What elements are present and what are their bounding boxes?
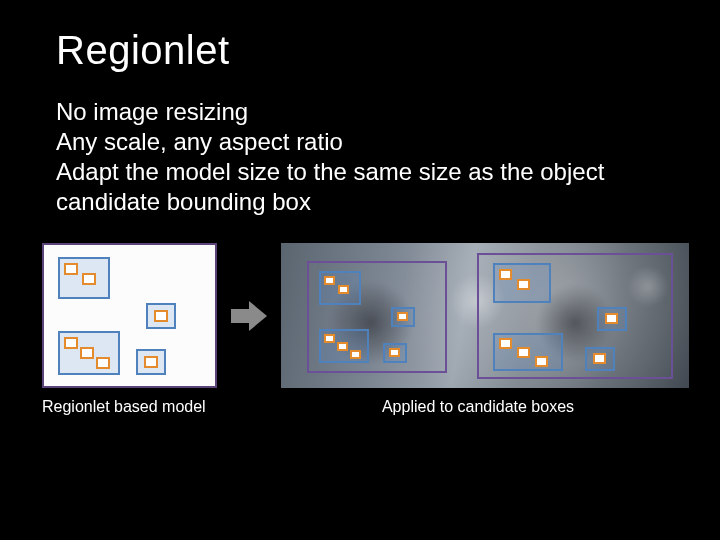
regionlet <box>517 279 530 290</box>
caption-left: Regionlet based model <box>42 398 262 416</box>
regionlet <box>64 337 78 349</box>
region <box>585 347 615 371</box>
regionlet <box>350 350 361 359</box>
regionlet <box>324 276 335 285</box>
regionlet <box>337 342 348 351</box>
regionlet <box>499 338 512 349</box>
model-diagram <box>42 243 217 388</box>
body-line-1: No image resizing <box>56 97 664 127</box>
regionlet <box>338 285 349 294</box>
regionlet <box>397 312 408 321</box>
region <box>319 329 369 363</box>
region <box>383 343 407 363</box>
regionlet <box>324 334 335 343</box>
applied-photo <box>281 243 689 388</box>
figure-row <box>42 243 664 388</box>
region <box>319 271 361 305</box>
regionlet <box>389 348 400 357</box>
region <box>58 331 120 375</box>
region <box>391 307 415 327</box>
slide: Regionlet No image resizing Any scale, a… <box>0 0 720 540</box>
region <box>146 303 176 329</box>
region <box>493 333 563 371</box>
candidate-box <box>477 253 673 379</box>
region <box>136 349 166 375</box>
slide-title: Regionlet <box>56 28 664 73</box>
regionlet <box>144 356 158 368</box>
regionlet <box>593 353 606 364</box>
region <box>58 257 110 299</box>
regionlet <box>499 269 512 280</box>
regionlet <box>82 273 96 285</box>
regionlet <box>154 310 168 322</box>
region <box>493 263 551 303</box>
regionlet <box>64 263 78 275</box>
regionlet <box>517 347 530 358</box>
candidate-box <box>307 261 447 373</box>
region <box>597 307 627 331</box>
regionlet <box>535 356 548 367</box>
body-line-3: Adapt the model size to the same size as… <box>56 157 664 217</box>
arrow-icon <box>231 301 267 331</box>
regionlet <box>80 347 94 359</box>
regionlet <box>605 313 618 324</box>
body-line-2: Any scale, any aspect ratio <box>56 127 664 157</box>
regionlet <box>96 357 110 369</box>
captions: Regionlet based model Applied to candida… <box>56 398 664 416</box>
caption-right: Applied to candidate boxes <box>292 398 664 416</box>
body-text: No image resizing Any scale, any aspect … <box>56 97 664 217</box>
